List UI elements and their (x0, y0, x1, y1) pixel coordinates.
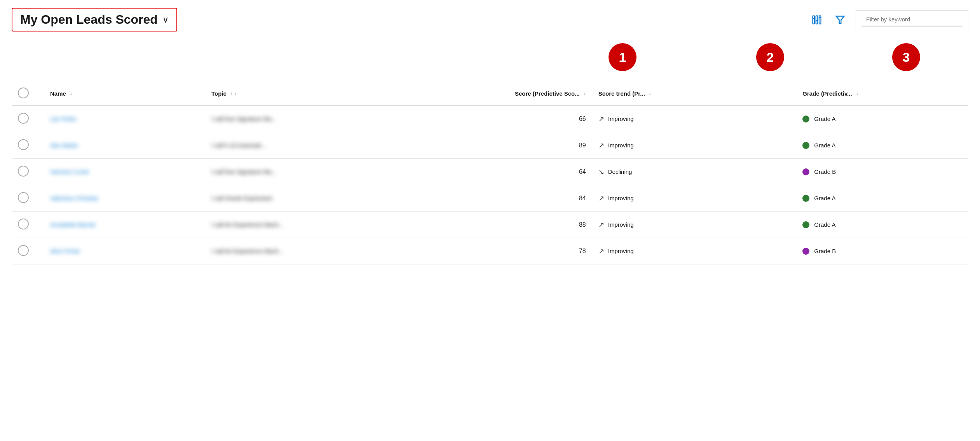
row-checkbox[interactable] (18, 113, 29, 124)
row-score-cell: 84 (431, 185, 592, 212)
column-settings-button[interactable] (809, 12, 825, 28)
svg-marker-7 (836, 16, 844, 23)
row-trend-label: Improving (608, 195, 634, 201)
row-grade-cell: Grade A (796, 105, 968, 132)
row-trend-cell: ↗ Improving (592, 132, 797, 159)
row-name-link[interactable]: Lily Fisher (50, 116, 77, 122)
row-trend-label: Improving (608, 248, 634, 254)
row-grade-dot-icon (802, 142, 809, 149)
row-topic-value: I call Oracle Expression (211, 195, 273, 201)
row-grade-cell: Grade A (796, 185, 968, 212)
badge-1: 1 (609, 43, 636, 71)
th-topic-label: Topic (211, 90, 227, 97)
th-grade-sort-icon: ↓ (856, 91, 858, 96)
row-checkbox-cell (12, 159, 44, 185)
svg-rect-1 (816, 16, 818, 24)
row-trend-arrow-icon: ↗ (598, 194, 604, 203)
page-container: My Open Leads Scored ∨ (0, 0, 980, 441)
th-name[interactable]: Name ↓ (44, 82, 205, 105)
row-score-value: 88 (579, 221, 586, 228)
svg-rect-0 (813, 16, 815, 24)
row-name-link[interactable]: Alice Porter (50, 248, 80, 254)
svg-point-5 (816, 20, 818, 21)
filter-input[interactable] (861, 13, 963, 26)
th-grade[interactable]: Grade (Predictiv... ↓ (796, 82, 968, 105)
svg-point-4 (813, 18, 814, 19)
row-trend-cell: ↗ Improving (592, 185, 797, 212)
th-checkbox (12, 82, 44, 105)
th-trend-label: Score trend (Pr... (598, 90, 645, 97)
row-topic-value: I call h-10 Automati... (211, 142, 266, 149)
row-grade-dot-icon (802, 248, 809, 255)
row-trend-arrow-icon: ↗ (598, 115, 604, 123)
row-checkbox-cell (12, 212, 44, 238)
row-name-link[interactable]: Valentina Christian (50, 195, 99, 201)
row-name-cell: Alex Baker (44, 132, 205, 159)
table-row: Annabelle Barrett I call Air Experience … (12, 212, 968, 238)
filter-input-wrapper (856, 10, 968, 29)
row-topic-value: I call free Signature Ma... (211, 116, 276, 122)
leads-table: Name ↓ Topic ↑ ↓ Score (Predictive Sco..… (12, 82, 968, 264)
badge-3: 3 (892, 43, 920, 71)
row-checkbox-cell (12, 132, 44, 159)
svg-point-6 (819, 17, 821, 18)
table-row: Alice Porter I call Air Experience Mach.… (12, 238, 968, 264)
th-trend[interactable]: Score trend (Pr... ↓ (592, 82, 797, 105)
row-grade-label: Grade B (814, 168, 836, 175)
row-trend-cell: ↗ Improving (592, 238, 797, 264)
title-dropdown[interactable]: My Open Leads Scored ∨ (12, 8, 177, 32)
row-name-cell: Annabelle Barrett (44, 212, 205, 238)
row-trend-label: Improving (608, 116, 634, 122)
row-name-link[interactable]: Annabelle Barrett (50, 221, 95, 228)
row-checkbox[interactable] (18, 245, 29, 256)
row-checkbox[interactable] (18, 166, 29, 177)
row-trend-arrow-icon: ↗ (598, 141, 604, 150)
row-name-cell: Valentina Christian (44, 185, 205, 212)
th-trend-sort-icon: ↓ (649, 91, 651, 96)
row-checkbox[interactable] (18, 139, 29, 150)
row-score-cell: 78 (431, 238, 592, 264)
row-topic-cell: I call Oracle Expression (205, 185, 431, 212)
badge-2: 2 (756, 43, 784, 71)
row-score-value: 78 (579, 248, 586, 254)
row-name-cell: Lily Fisher (44, 105, 205, 132)
filter-button[interactable] (832, 12, 848, 28)
row-trend-label: Declining (608, 168, 632, 175)
row-trend-arrow-icon: ↗ (598, 247, 604, 256)
table-row: Harrison Curtis I call free Signature Ma… (12, 159, 968, 185)
row-topic-cell: I call Air Experience Mach... (205, 212, 431, 238)
row-topic-value: I call Air Experience Mach... (211, 221, 283, 228)
column-settings-icon (811, 14, 822, 25)
row-grade-dot-icon (802, 116, 809, 122)
row-score-cell: 88 (431, 212, 592, 238)
row-trend-arrow-icon: ↗ (598, 220, 604, 229)
row-checkbox[interactable] (18, 219, 29, 229)
row-grade-dot-icon (802, 168, 809, 175)
row-name-link[interactable]: Harrison Curtis (50, 168, 89, 175)
row-trend-cell: ↘ Declining (592, 159, 797, 185)
table-row: Valentina Christian I call Oracle Expres… (12, 185, 968, 212)
row-name-link[interactable]: Alex Baker (50, 142, 78, 149)
row-topic-cell: I call Air Experience Mach... (205, 238, 431, 264)
row-score-cell: 66 (431, 105, 592, 132)
th-score[interactable]: Score (Predictive Sco... ↓ (431, 82, 592, 105)
row-topic-value: I call Air Experience Mach... (211, 248, 283, 254)
select-all-checkbox[interactable] (18, 88, 29, 98)
row-grade-label: Grade A (814, 221, 835, 228)
table-container: Name ↓ Topic ↑ ↓ Score (Predictive Sco..… (12, 82, 968, 264)
row-grade-label: Grade A (814, 116, 835, 122)
row-score-value: 89 (579, 142, 586, 149)
th-topic[interactable]: Topic ↑ ↓ (205, 82, 431, 105)
row-topic-cell: I call free Signature Ma... (205, 159, 431, 185)
header: My Open Leads Scored ∨ (12, 8, 968, 32)
row-topic-cell: I call h-10 Automati... (205, 132, 431, 159)
th-topic-sort-icon: ↑ ↓ (230, 91, 236, 96)
row-checkbox[interactable] (18, 192, 29, 203)
row-score-value: 64 (579, 168, 586, 175)
row-trend-cell: ↗ Improving (592, 105, 797, 132)
row-name-cell: Harrison Curtis (44, 159, 205, 185)
row-grade-cell: Grade B (796, 238, 968, 264)
row-grade-cell: Grade A (796, 132, 968, 159)
row-trend-cell: ↗ Improving (592, 212, 797, 238)
filter-icon (835, 14, 846, 25)
